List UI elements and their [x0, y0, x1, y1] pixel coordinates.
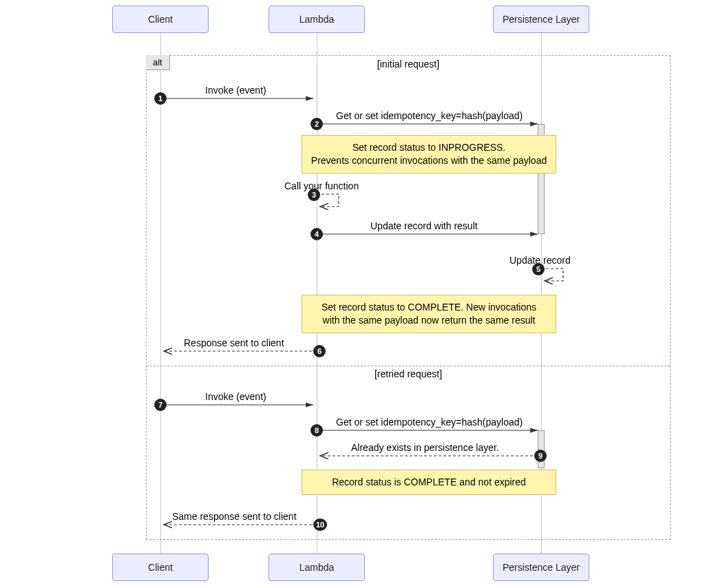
seq-num-4: 4	[311, 228, 323, 240]
actor-persistence-top: Persistence Layer	[493, 6, 589, 33]
seq-num-3: 3	[308, 189, 320, 201]
actor-client-top: Client	[112, 6, 209, 33]
actor-label: Client	[148, 562, 173, 573]
seq-num-1: 1	[154, 92, 167, 105]
alt-section-1: [initial request]	[147, 59, 670, 70]
msg-3: Call your function	[284, 180, 359, 191]
alt-section-2: [retried request]	[147, 368, 670, 379]
actor-persistence-bottom: Persistence Layer	[493, 554, 589, 581]
actor-lambda-bottom: Lambda	[269, 554, 365, 581]
actor-label: Persistence Layer	[503, 14, 580, 25]
msg-10: Same response sent to client	[172, 511, 297, 522]
note-1: Set record status to INPROGRESS. Prevent…	[302, 135, 556, 174]
msg-9: Already exists in persistence layer.	[351, 442, 499, 453]
actor-lambda-top: Lambda	[269, 6, 365, 33]
note-line: Set record status to INPROGRESS.	[352, 142, 506, 153]
seq-num-10: 10	[313, 518, 327, 531]
msg-8: Get or set idempotency_key=hash(payload)	[336, 417, 523, 428]
actor-client-bottom: Client	[112, 554, 209, 581]
note-line: Prevents concurrent invocations with the…	[311, 155, 547, 166]
msg-7: Invoke (event)	[205, 391, 266, 402]
note-line: Record status is COMPLETE and not expire…	[332, 476, 526, 487]
note-line: with the same payload now return the sam…	[323, 315, 536, 326]
note-3: Record status is COMPLETE and not expire…	[302, 470, 556, 495]
actor-label: Persistence Layer	[503, 562, 580, 573]
actor-label: Lambda	[299, 562, 335, 573]
seq-num-7: 7	[154, 399, 167, 411]
note-2: Set record status to COMPLETE. New invoc…	[302, 295, 556, 333]
seq-num-9: 9	[534, 450, 547, 462]
seq-num-6: 6	[313, 345, 326, 357]
seq-num-8: 8	[311, 424, 323, 437]
seq-num-5: 5	[532, 263, 545, 275]
actor-label: Lambda	[299, 14, 335, 25]
msg-4: Update record with result	[370, 220, 478, 231]
seq-num-2: 2	[311, 118, 323, 130]
alt-divider	[147, 366, 670, 366]
msg-6: Response sent to client	[184, 337, 284, 348]
actor-label: Client	[148, 14, 173, 25]
msg-1: Invoke (event)	[205, 85, 266, 96]
msg-2: Get or set idempotency_key=hash(payload)	[336, 110, 523, 121]
note-line: Set record status to COMPLETE. New invoc…	[322, 302, 536, 313]
